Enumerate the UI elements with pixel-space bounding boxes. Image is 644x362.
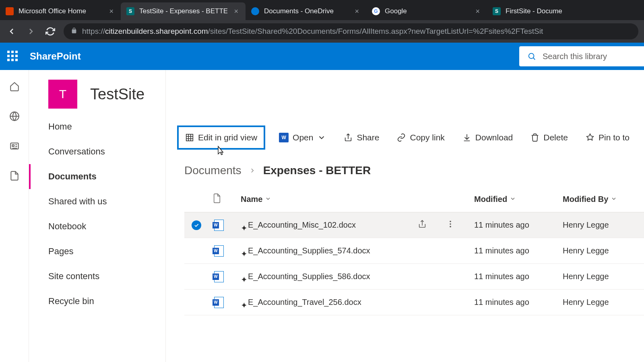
share-button[interactable]: Share [340, 130, 383, 146]
column-modified-by[interactable]: Modified By [563, 195, 643, 204]
new-indicator-icon: ✦ [241, 223, 245, 227]
grid-icon [185, 133, 194, 142]
table-row[interactable]: W ✦E_Accounting_Misc_102.docx 11 minutes… [184, 212, 644, 238]
download-icon [462, 133, 471, 142]
sharepoint-icon: S [493, 7, 501, 15]
chevron-down-icon [262, 195, 271, 204]
search-box[interactable]: Search this library [519, 46, 644, 66]
tab-title: Documents - OneDrive [264, 7, 348, 15]
svg-point-4 [450, 221, 451, 222]
modified-by[interactable]: Henry Legge [563, 246, 643, 255]
modified-time: 11 minutes ago [474, 220, 563, 230]
pin-button[interactable]: Pin to to [582, 130, 634, 146]
copy-link-button[interactable]: Copy link [393, 130, 448, 146]
sharepoint-icon: S [126, 7, 134, 15]
nav-documents[interactable]: Documents [29, 164, 165, 189]
close-icon[interactable]: × [232, 7, 240, 16]
close-icon[interactable]: × [107, 7, 115, 16]
svg-rect-3 [186, 134, 193, 141]
delete-label: Delete [543, 133, 568, 142]
open-button[interactable]: W Open [275, 130, 330, 146]
file-name[interactable]: E_Accounting_Misc_102.docx [248, 220, 356, 230]
link-icon [397, 133, 406, 142]
nav-pages[interactable]: Pages [29, 239, 165, 264]
back-button[interactable] [6, 25, 18, 37]
table-header: Name Modified Modified By [184, 187, 644, 212]
nav-notebook[interactable]: Notebook [29, 214, 165, 239]
cursor-icon [217, 146, 225, 159]
nav-site-contents[interactable]: Site contents [29, 264, 165, 289]
svg-point-5 [450, 223, 451, 225]
chevron-down-icon [317, 133, 326, 142]
table-row[interactable]: W ✦E_Accounting_Supplies_574.docx 11 min… [184, 238, 644, 264]
news-icon[interactable] [9, 141, 20, 153]
modified-by[interactable]: Henry Legge [563, 220, 643, 230]
new-indicator-icon: ✦ [241, 300, 245, 304]
close-icon[interactable]: × [474, 7, 481, 16]
globe-icon[interactable] [9, 111, 20, 123]
column-modified[interactable]: Modified [474, 195, 563, 204]
browser-tab[interactable]: S FirstSite - Docume [487, 2, 568, 20]
modified-time: 11 minutes ago [474, 298, 563, 307]
browser-tab-active[interactable]: S TestSite - Expenses - BETTE × [121, 2, 246, 20]
browser-tab[interactable]: G Google × [366, 2, 487, 20]
chevron-down-icon [608, 195, 617, 204]
file-name[interactable]: E_Accounting_Travel_256.docx [248, 298, 361, 307]
selection-check-icon[interactable] [192, 220, 201, 230]
file-table: Name Modified Modified By [184, 187, 644, 315]
word-file-icon: W [213, 245, 224, 257]
home-icon[interactable] [9, 81, 20, 93]
svg-point-6 [450, 226, 451, 228]
sharepoint-brand[interactable]: SharePoint [30, 51, 81, 62]
breadcrumb-root[interactable]: Documents [184, 164, 242, 177]
left-navigation: Home Conversations Documents Shared with… [29, 70, 166, 362]
row-more-button[interactable] [446, 220, 474, 230]
download-label: Download [475, 133, 513, 142]
edit-grid-label: Edit in grid view [198, 133, 257, 142]
modified-by[interactable]: Henry Legge [563, 272, 643, 281]
trash-icon [530, 133, 539, 142]
search-icon [527, 52, 536, 61]
search-placeholder: Search this library [543, 52, 607, 61]
nav-recycle-bin[interactable]: Recycle bin [29, 289, 165, 314]
new-indicator-icon: ✦ [241, 249, 245, 253]
reload-button[interactable] [44, 25, 56, 37]
pin-icon [586, 133, 594, 142]
new-indicator-icon: ✦ [241, 275, 245, 279]
suite-header: SharePoint Search this library [0, 43, 644, 70]
copy-link-label: Copy link [410, 133, 444, 142]
files-icon[interactable] [9, 171, 20, 183]
forward-button[interactable] [25, 25, 37, 37]
browser-tab[interactable]: Documents - OneDrive × [246, 2, 366, 20]
row-share-button[interactable] [418, 220, 446, 230]
word-icon: W [279, 133, 289, 142]
file-type-icon[interactable] [213, 193, 241, 206]
close-icon[interactable]: × [353, 7, 361, 16]
address-bar[interactable]: https://citizenbuilders.sharepoint.com/s… [64, 23, 638, 39]
nav-shared-with-us[interactable]: Shared with us [29, 189, 165, 214]
file-name[interactable]: E_Accounting_Supplies_586.docx [248, 272, 370, 281]
delete-button[interactable]: Delete [526, 130, 572, 146]
tab-title: FirstSite - Docume [506, 7, 562, 15]
url-text: https://citizenbuilders.sharepoint.com/s… [82, 27, 543, 36]
file-name[interactable]: E_Accounting_Supplies_574.docx [248, 246, 370, 255]
browser-tab-strip: Microsoft Office Home × S TestSite - Exp… [0, 0, 644, 20]
site-title[interactable]: TestSite [90, 86, 144, 103]
main-content: Edit in grid view W Open Share Copy li [166, 70, 644, 362]
chevron-right-icon [249, 164, 256, 177]
download-button[interactable]: Download [458, 130, 517, 146]
edit-in-grid-view-button[interactable]: Edit in grid view [177, 125, 265, 150]
table-row[interactable]: W ✦E_Accounting_Supplies_586.docx 11 min… [184, 264, 644, 290]
google-icon: G [372, 7, 380, 15]
nav-home[interactable]: Home [29, 114, 165, 139]
modified-by[interactable]: Henry Legge [563, 298, 643, 307]
table-row[interactable]: W ✦E_Accounting_Travel_256.docx 11 minut… [184, 290, 644, 315]
nav-conversations[interactable]: Conversations [29, 139, 165, 164]
site-logo[interactable]: T [48, 80, 77, 109]
onedrive-icon [251, 7, 259, 15]
breadcrumb: Documents Expenses - BETTER [184, 164, 644, 177]
column-name[interactable]: Name [241, 195, 418, 204]
command-bar: Edit in grid view W Open Share Copy li [177, 114, 644, 161]
app-launcher-icon[interactable] [7, 51, 19, 62]
browser-tab[interactable]: Microsoft Office Home × [0, 2, 121, 20]
